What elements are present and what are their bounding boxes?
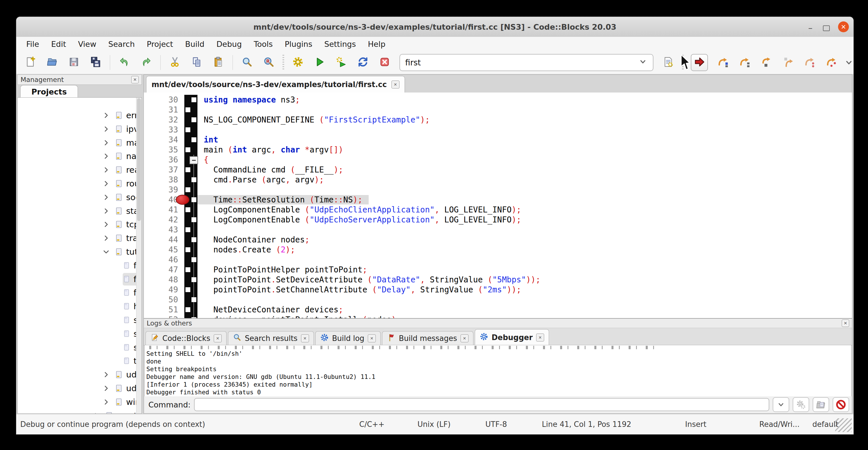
- line-number[interactable]: 31: [144, 105, 182, 115]
- breakpoint-margin[interactable]: [184, 265, 197, 275]
- log-tab-close-icon[interactable]: ✕: [536, 333, 544, 341]
- log-tab-close-icon[interactable]: ✕: [461, 334, 468, 342]
- tree-item-he[interactable]: he: [18, 300, 136, 313]
- tree-item-udp-[interactable]: udp-: [18, 382, 136, 395]
- tree-item-se[interactable]: se: [18, 327, 136, 341]
- open-file-button[interactable]: [45, 56, 59, 69]
- run-button[interactable]: [313, 56, 326, 69]
- chevron-right-icon[interactable]: [102, 384, 110, 393]
- titlebar[interactable]: mnt/dev/tools/source/ns-3-dev/examples/t…: [16, 17, 854, 37]
- breakpoint-margin[interactable]: [184, 135, 197, 145]
- tab-projects[interactable]: Projects: [20, 85, 78, 98]
- breakpoint-margin[interactable]: [184, 175, 197, 185]
- chevron-right-icon[interactable]: [102, 166, 110, 175]
- tree-item-traf[interactable]: traf: [18, 231, 136, 245]
- save-all-button[interactable]: [89, 56, 102, 69]
- debugger-settings-button[interactable]: [793, 397, 809, 412]
- chevron-right-icon[interactable]: [92, 412, 100, 414]
- breakpoint-icon[interactable]: [176, 195, 189, 205]
- line-number[interactable]: 49: [144, 285, 182, 294]
- chevron-right-icon[interactable]: [102, 111, 110, 120]
- chevron-right-icon[interactable]: [102, 193, 110, 203]
- maximize-button[interactable]: [822, 23, 831, 31]
- editor-tab-close-icon[interactable]: ✕: [392, 81, 400, 89]
- build-and-run-button[interactable]: [335, 56, 348, 69]
- chevron-right-icon[interactable]: [102, 125, 110, 134]
- line-number[interactable]: 42: [144, 215, 182, 224]
- line-number[interactable]: 43: [144, 225, 182, 234]
- code-editor[interactable]: 30using namespace ns3;3132NS_LOG_COMPONE…: [144, 92, 852, 318]
- menu-file[interactable]: File: [20, 40, 45, 49]
- menu-debug[interactable]: Debug: [211, 40, 248, 49]
- tree-item-real[interactable]: real: [18, 163, 136, 177]
- log-tab-build-log[interactable]: Build log✕: [315, 331, 381, 345]
- replace-button[interactable]: R: [262, 56, 275, 69]
- line-number[interactable]: 33: [144, 125, 182, 134]
- chevron-right-icon[interactable]: [102, 207, 110, 216]
- menu-help[interactable]: Help: [362, 40, 392, 49]
- tree-item-six[interactable]: six: [18, 341, 136, 354]
- line-number[interactable]: 45: [144, 245, 182, 254]
- menu-tools[interactable]: Tools: [248, 40, 279, 49]
- menu-view[interactable]: View: [72, 40, 102, 49]
- line-number[interactable]: 44: [144, 235, 182, 244]
- breakpoint-margin[interactable]: [184, 275, 197, 285]
- redo-button[interactable]: [140, 56, 153, 69]
- find-button[interactable]: [241, 56, 254, 69]
- next-instruction-button[interactable]: [803, 56, 816, 69]
- log-tab-close-icon[interactable]: ✕: [368, 334, 376, 342]
- project-tree[interactable]: erroipv6matnamrealroutsockstattcptraftut…: [18, 97, 142, 414]
- breakpoint-margin[interactable]: [184, 125, 197, 135]
- build-target-options-button[interactable]: [662, 56, 675, 69]
- tree-item-wire[interactable]: wire: [18, 395, 136, 409]
- chevron-right-icon[interactable]: [102, 152, 110, 161]
- breakpoint-margin[interactable]: [184, 245, 197, 255]
- tree-item-erro[interactable]: erro: [18, 109, 136, 122]
- fold-collapse-icon[interactable]: [189, 156, 198, 164]
- log-tab-close-icon[interactable]: ✕: [301, 334, 309, 342]
- close-button[interactable]: ✕: [838, 22, 849, 32]
- debugger-copy-button[interactable]: [813, 397, 829, 412]
- menu-build[interactable]: Build: [179, 40, 211, 49]
- line-number[interactable]: 50: [144, 295, 182, 304]
- breakpoint-margin[interactable]: [184, 314, 197, 318]
- line-number[interactable]: 47: [144, 265, 182, 274]
- line-number[interactable]: 51: [144, 305, 182, 314]
- breakpoint-margin[interactable]: [184, 215, 197, 225]
- menu-search[interactable]: Search: [102, 40, 141, 49]
- tree-item-stat[interactable]: stat: [18, 204, 136, 218]
- management-close-icon[interactable]: ✕: [131, 76, 139, 83]
- log-tab-search-results[interactable]: Search results✕: [228, 331, 314, 345]
- next-line-button[interactable]: [738, 56, 751, 69]
- chevron-right-icon[interactable]: [102, 234, 110, 243]
- tree-item-mat[interactable]: mat: [18, 136, 136, 150]
- editor-tab-first-cc[interactable]: mnt/dev/tools/source/ns-3-dev/examples/t…: [146, 76, 405, 92]
- tree-item-ipv6[interactable]: ipv6: [18, 122, 136, 136]
- log-tab-debugger[interactable]: Debugger✕: [475, 329, 549, 345]
- tree-item-fo[interactable]: fo: [18, 286, 136, 300]
- line-number[interactable]: 46: [144, 255, 182, 264]
- abort-build-button[interactable]: [378, 56, 391, 69]
- rebuild-button[interactable]: [356, 56, 370, 69]
- line-number[interactable]: 52: [144, 315, 182, 318]
- run-to-cursor-button[interactable]: [716, 56, 730, 69]
- line-number[interactable]: 48: [144, 275, 182, 284]
- line-number[interactable]: 41: [144, 205, 182, 214]
- breakpoint-margin[interactable]: [184, 145, 197, 155]
- tree-item-se[interactable]: se: [18, 313, 136, 327]
- breakpoint-margin[interactable]: [184, 105, 197, 115]
- tree-scrollbar-thumb[interactable]: [137, 98, 141, 221]
- tree-item-sock[interactable]: sock: [18, 190, 136, 204]
- undo-button[interactable]: [118, 56, 131, 69]
- menu-edit[interactable]: Edit: [45, 40, 72, 49]
- log-tab-close-icon[interactable]: ✕: [214, 334, 222, 342]
- chevron-right-icon[interactable]: [102, 180, 110, 189]
- tree-item-tcp[interactable]: tcp: [18, 217, 136, 231]
- breakpoint-margin[interactable]: [184, 285, 197, 295]
- debug-continue-button[interactable]: [691, 54, 708, 71]
- breakpoint-margin[interactable]: [184, 235, 197, 245]
- menu-plugins[interactable]: Plugins: [279, 40, 318, 49]
- line-number[interactable]: 38: [144, 175, 182, 184]
- chevron-down-icon[interactable]: [638, 57, 648, 68]
- line-number[interactable]: 32: [144, 115, 182, 124]
